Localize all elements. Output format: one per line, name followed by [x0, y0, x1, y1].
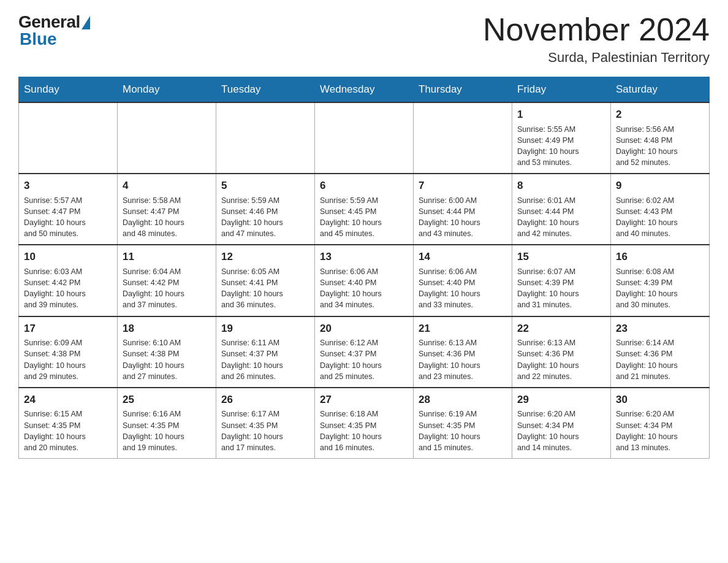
weekday-header-thursday: Thursday	[414, 77, 512, 103]
calendar-cell: 29Sunrise: 6:20 AM Sunset: 4:34 PM Dayli…	[512, 388, 611, 459]
weekday-header-sunday: Sunday	[19, 77, 118, 103]
day-number: 12	[221, 250, 309, 265]
day-info: Sunrise: 6:16 AM Sunset: 4:35 PM Dayligh…	[123, 408, 211, 453]
day-number: 8	[517, 178, 605, 194]
calendar-cell	[414, 102, 512, 174]
day-info: Sunrise: 6:02 AM Sunset: 4:43 PM Dayligh…	[616, 195, 704, 240]
day-number: 10	[24, 250, 112, 265]
day-number: 14	[419, 250, 507, 265]
day-number: 5	[221, 178, 309, 194]
location-title: Surda, Palestinian Territory	[483, 50, 710, 66]
day-info: Sunrise: 6:00 AM Sunset: 4:44 PM Dayligh…	[419, 195, 507, 240]
calendar-cell: 18Sunrise: 6:10 AM Sunset: 4:38 PM Dayli…	[118, 316, 216, 388]
calendar-cell: 1Sunrise: 5:55 AM Sunset: 4:49 PM Daylig…	[512, 102, 611, 174]
week-row-3: 10Sunrise: 6:03 AM Sunset: 4:42 PM Dayli…	[19, 245, 710, 316]
calendar-cell: 21Sunrise: 6:13 AM Sunset: 4:36 PM Dayli…	[414, 316, 512, 388]
calendar-cell	[19, 102, 118, 174]
day-info: Sunrise: 6:10 AM Sunset: 4:38 PM Dayligh…	[123, 337, 211, 382]
page-header: General Blue November 2024 Surda, Palest…	[18, 12, 710, 66]
day-info: Sunrise: 5:56 AM Sunset: 4:48 PM Dayligh…	[616, 124, 704, 169]
calendar-cell: 16Sunrise: 6:08 AM Sunset: 4:39 PM Dayli…	[611, 245, 710, 316]
day-info: Sunrise: 6:20 AM Sunset: 4:34 PM Dayligh…	[616, 408, 704, 453]
day-number: 17	[24, 321, 112, 337]
day-info: Sunrise: 6:17 AM Sunset: 4:35 PM Dayligh…	[221, 408, 309, 453]
calendar-cell	[315, 102, 414, 174]
calendar-cell: 7Sunrise: 6:00 AM Sunset: 4:44 PM Daylig…	[414, 174, 512, 245]
day-number: 21	[419, 321, 507, 337]
calendar-cell: 10Sunrise: 6:03 AM Sunset: 4:42 PM Dayli…	[19, 245, 118, 316]
day-number: 26	[221, 393, 309, 408]
calendar-cell: 14Sunrise: 6:06 AM Sunset: 4:40 PM Dayli…	[414, 245, 512, 316]
calendar-cell: 28Sunrise: 6:19 AM Sunset: 4:35 PM Dayli…	[414, 388, 512, 459]
calendar-cell: 13Sunrise: 6:06 AM Sunset: 4:40 PM Dayli…	[315, 245, 414, 316]
day-number: 9	[616, 178, 704, 194]
day-number: 25	[123, 393, 211, 408]
calendar-cell: 26Sunrise: 6:17 AM Sunset: 4:35 PM Dayli…	[216, 388, 315, 459]
day-number: 22	[517, 321, 605, 337]
day-info: Sunrise: 6:18 AM Sunset: 4:35 PM Dayligh…	[320, 408, 408, 453]
day-info: Sunrise: 6:07 AM Sunset: 4:39 PM Dayligh…	[517, 266, 605, 311]
calendar-cell: 30Sunrise: 6:20 AM Sunset: 4:34 PM Dayli…	[611, 388, 710, 459]
day-info: Sunrise: 6:06 AM Sunset: 4:40 PM Dayligh…	[419, 266, 507, 311]
calendar-cell: 24Sunrise: 6:15 AM Sunset: 4:35 PM Dayli…	[19, 388, 118, 459]
weekday-header-tuesday: Tuesday	[216, 77, 315, 103]
week-row-5: 24Sunrise: 6:15 AM Sunset: 4:35 PM Dayli…	[19, 388, 710, 459]
day-number: 20	[320, 321, 408, 337]
day-info: Sunrise: 6:13 AM Sunset: 4:36 PM Dayligh…	[419, 337, 507, 382]
day-info: Sunrise: 6:20 AM Sunset: 4:34 PM Dayligh…	[517, 408, 605, 453]
day-info: Sunrise: 6:13 AM Sunset: 4:36 PM Dayligh…	[517, 337, 605, 382]
day-info: Sunrise: 6:12 AM Sunset: 4:37 PM Dayligh…	[320, 337, 408, 382]
day-number: 29	[517, 393, 605, 408]
day-info: Sunrise: 6:09 AM Sunset: 4:38 PM Dayligh…	[24, 337, 112, 382]
calendar-cell: 12Sunrise: 6:05 AM Sunset: 4:41 PM Dayli…	[216, 245, 315, 316]
weekday-header-wednesday: Wednesday	[315, 77, 414, 103]
weekday-header-saturday: Saturday	[611, 77, 710, 103]
calendar-cell: 5Sunrise: 5:59 AM Sunset: 4:46 PM Daylig…	[216, 174, 315, 245]
logo-triangle-icon	[82, 16, 90, 29]
day-info: Sunrise: 6:14 AM Sunset: 4:36 PM Dayligh…	[616, 337, 704, 382]
calendar-cell	[216, 102, 315, 174]
day-info: Sunrise: 6:06 AM Sunset: 4:40 PM Dayligh…	[320, 266, 408, 311]
calendar-cell	[118, 102, 216, 174]
calendar-cell: 8Sunrise: 6:01 AM Sunset: 4:44 PM Daylig…	[512, 174, 611, 245]
calendar-cell: 20Sunrise: 6:12 AM Sunset: 4:37 PM Dayli…	[315, 316, 414, 388]
day-number: 30	[616, 393, 704, 408]
day-number: 4	[123, 178, 211, 194]
day-number: 24	[24, 393, 112, 408]
day-number: 18	[123, 321, 211, 337]
day-info: Sunrise: 5:59 AM Sunset: 4:46 PM Dayligh…	[221, 195, 309, 240]
weekday-header-friday: Friday	[512, 77, 611, 103]
title-block: November 2024 Surda, Palestinian Territo…	[483, 12, 710, 66]
logo-blue-text: Blue	[20, 29, 57, 49]
calendar-cell: 9Sunrise: 6:02 AM Sunset: 4:43 PM Daylig…	[611, 174, 710, 245]
day-info: Sunrise: 6:01 AM Sunset: 4:44 PM Dayligh…	[517, 195, 605, 240]
day-info: Sunrise: 6:03 AM Sunset: 4:42 PM Dayligh…	[24, 266, 112, 311]
day-number: 16	[616, 250, 704, 265]
calendar-cell: 17Sunrise: 6:09 AM Sunset: 4:38 PM Dayli…	[19, 316, 118, 388]
calendar-cell: 23Sunrise: 6:14 AM Sunset: 4:36 PM Dayli…	[611, 316, 710, 388]
day-number: 6	[320, 178, 408, 194]
day-info: Sunrise: 5:58 AM Sunset: 4:47 PM Dayligh…	[123, 195, 211, 240]
day-number: 19	[221, 321, 309, 337]
day-number: 28	[419, 393, 507, 408]
day-info: Sunrise: 5:55 AM Sunset: 4:49 PM Dayligh…	[517, 124, 605, 169]
calendar-cell: 6Sunrise: 5:59 AM Sunset: 4:45 PM Daylig…	[315, 174, 414, 245]
calendar-cell: 3Sunrise: 5:57 AM Sunset: 4:47 PM Daylig…	[19, 174, 118, 245]
day-number: 3	[24, 178, 112, 194]
day-number: 1	[517, 107, 605, 123]
calendar-cell: 15Sunrise: 6:07 AM Sunset: 4:39 PM Dayli…	[512, 245, 611, 316]
weekday-header-row: SundayMondayTuesdayWednesdayThursdayFrid…	[19, 77, 710, 103]
day-info: Sunrise: 6:04 AM Sunset: 4:42 PM Dayligh…	[123, 266, 211, 311]
day-number: 7	[419, 178, 507, 194]
calendar-cell: 4Sunrise: 5:58 AM Sunset: 4:47 PM Daylig…	[118, 174, 216, 245]
calendar-cell: 2Sunrise: 5:56 AM Sunset: 4:48 PM Daylig…	[611, 102, 710, 174]
calendar-cell: 11Sunrise: 6:04 AM Sunset: 4:42 PM Dayli…	[118, 245, 216, 316]
weekday-header-monday: Monday	[118, 77, 216, 103]
day-number: 11	[123, 250, 211, 265]
calendar-cell: 27Sunrise: 6:18 AM Sunset: 4:35 PM Dayli…	[315, 388, 414, 459]
day-number: 13	[320, 250, 408, 265]
day-info: Sunrise: 6:15 AM Sunset: 4:35 PM Dayligh…	[24, 408, 112, 453]
calendar-cell: 19Sunrise: 6:11 AM Sunset: 4:37 PM Dayli…	[216, 316, 315, 388]
week-row-2: 3Sunrise: 5:57 AM Sunset: 4:47 PM Daylig…	[19, 174, 710, 245]
month-title: November 2024	[483, 12, 710, 47]
